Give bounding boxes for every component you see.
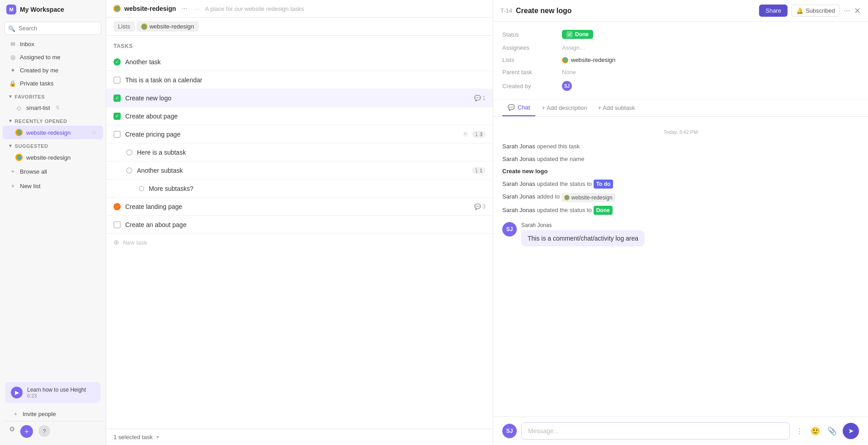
- workspace-header[interactable]: M My Workspace: [0, 0, 106, 19]
- task-row-subtask[interactable]: Another subtask ⤵ 1: [106, 161, 493, 180]
- sidebar-bottom: ▶ Learn how to use Height 6:23 ＋ Invite …: [0, 377, 106, 445]
- lists-row: Lists 🌐 website-redesign: [502, 54, 859, 66]
- footer-arrow[interactable]: ▾: [156, 434, 159, 440]
- plus-icon: ⊕: [113, 238, 119, 246]
- comment-badge: 💬 3: [474, 204, 486, 210]
- task-name: Create about page: [125, 113, 486, 120]
- created-by-value: SJ: [562, 81, 572, 91]
- task-checkbox-unchecked[interactable]: [113, 221, 121, 228]
- more-options-button[interactable]: ⋮: [794, 426, 805, 436]
- search-icon: 🔍: [8, 25, 15, 32]
- workspace-name: My Workspace: [20, 6, 64, 13]
- parent-task-row: Parent task None: [502, 66, 859, 78]
- globe-icon: 🌐: [15, 129, 23, 136]
- activity-actor: Sarah Jonas: [502, 207, 535, 213]
- assignees-value[interactable]: Assign…: [562, 44, 585, 51]
- chat-bubble: This is a comment/chat/activity log area: [521, 230, 645, 246]
- tasks-area: ✓ Another task This is a task on a calen…: [106, 53, 493, 429]
- subtask-count: 1: [480, 168, 482, 173]
- main-area: 🌐 website-redesign ··· ··· A place for o…: [106, 0, 493, 445]
- sidebar-browse-all[interactable]: ＋ Browse all: [3, 164, 103, 179]
- task-checkbox-unchecked[interactable]: [126, 167, 132, 174]
- subscribed-button[interactable]: 🔔 Subscribed: [791, 5, 840, 17]
- task-row[interactable]: Create an about page: [106, 216, 493, 234]
- task-checkbox-unchecked[interactable]: [126, 149, 132, 156]
- task-row-sub-subtask[interactable]: More subtasks?: [106, 180, 493, 198]
- recently-opened-section[interactable]: ▾ Recently opened: [3, 114, 103, 126]
- chat-tab[interactable]: 💬 Chat: [502, 99, 535, 116]
- help-icon[interactable]: ?: [38, 425, 50, 437]
- task-row-selected[interactable]: ✓ Create new logo 💬 1: [106, 89, 493, 107]
- favorites-section[interactable]: ▾ Favorites: [3, 90, 103, 101]
- sidebar-new-list[interactable]: ＋ New list: [3, 179, 103, 193]
- new-task-row[interactable]: ⊕ New task: [106, 234, 493, 251]
- add-description-tab[interactable]: + Add description: [537, 101, 591, 115]
- play-icon: ▶: [11, 387, 23, 398]
- chat-tab-label: Chat: [518, 104, 530, 111]
- workspace-tab-btn[interactable]: 🌐 website-redesign: [137, 21, 198, 32]
- list-name: website-redesign: [571, 57, 615, 63]
- close-button[interactable]: ✕: [854, 6, 861, 16]
- browse-all-label: Browse all: [20, 168, 47, 175]
- share-button[interactable]: Share: [759, 5, 788, 17]
- task-checkbox-orange[interactable]: →: [113, 203, 121, 210]
- panel-meta: Status ✓ Done Assignees Assign… Lists 🌐 …: [493, 22, 868, 99]
- assigned-icon: ◎: [9, 54, 16, 61]
- subtask-icon: ⤵: [475, 168, 478, 173]
- task-checkbox-unchecked[interactable]: [113, 76, 121, 84]
- emoji-button[interactable]: 🙂: [809, 426, 821, 436]
- new-task-circle-btn[interactable]: ＋: [20, 425, 33, 438]
- chat-icon: 💬: [508, 104, 515, 111]
- attachment-button[interactable]: 📎: [826, 426, 838, 436]
- task-row[interactable]: This is a task on a calendar: [106, 71, 493, 89]
- workspace-icon: M: [6, 5, 16, 14]
- invite-label: Invite people: [23, 411, 56, 417]
- panel-dots-button[interactable]: ···: [844, 6, 850, 15]
- suggested-section[interactable]: ▾ Suggested: [3, 139, 103, 151]
- sidebar-item-created[interactable]: ✦ Created by me: [3, 64, 103, 77]
- right-panel: T-14 Create new logo Share 🔔 Subscribed …: [493, 0, 868, 445]
- task-checkbox-inprogress[interactable]: ✓: [113, 58, 121, 66]
- sidebar-item-assigned[interactable]: ◎ Assigned to me: [3, 51, 103, 64]
- task-name: Create an about page: [125, 221, 486, 228]
- subscribed-label: Subscribed: [806, 7, 835, 14]
- comment-icon: 💬: [474, 204, 481, 210]
- task-checkbox-checked[interactable]: ✓: [113, 95, 121, 102]
- lists-tab-btn[interactable]: Lists: [113, 21, 135, 32]
- sidebar-item-smart-list[interactable]: ◇ smart-list ⇅: [3, 101, 103, 114]
- task-row[interactable]: Create pricing page ⎘ ⤵ 3: [106, 125, 493, 143]
- breadcrumb-link: ···: [195, 5, 200, 12]
- lists-value[interactable]: 🌐 website-redesign: [562, 57, 615, 63]
- task-checkbox-unchecked[interactable]: [113, 131, 121, 138]
- sidebar-item-label: website-redesign: [26, 129, 71, 136]
- sidebar-item-private[interactable]: 🔒 Private tasks: [3, 77, 103, 90]
- message-input[interactable]: [521, 422, 790, 440]
- sidebar-item-inbox[interactable]: ✉ Inbox: [3, 38, 103, 51]
- task-checkbox-checked[interactable]: ✓: [113, 113, 121, 120]
- task-row[interactable]: ✓ Create about page: [106, 107, 493, 125]
- task-row-subtask[interactable]: Here is a subtask: [106, 143, 493, 161]
- todo-badge: To do: [594, 180, 613, 189]
- star-icon[interactable]: ☆: [92, 129, 97, 136]
- sidebar-item-website-redesign[interactable]: 🌐 website-redesign ☆: [3, 126, 103, 139]
- header-dots-button[interactable]: ···: [179, 5, 189, 13]
- sidebar-nav: ✉ Inbox ◎ Assigned to me ✦ Created by me…: [0, 38, 106, 90]
- task-row[interactable]: → Create landing page 💬 3: [106, 198, 493, 216]
- search-input[interactable]: [5, 22, 101, 35]
- activity-item: Sarah Jonas updated the status to Done: [502, 204, 859, 217]
- sidebar-invite-people[interactable]: ＋ Invite people: [5, 407, 100, 421]
- new-task-label: New task: [123, 239, 147, 246]
- learn-card[interactable]: ▶ Learn how to use Height 6:23: [5, 382, 100, 403]
- lists-label: Lists: [502, 57, 557, 63]
- assignees-label: Assignees: [502, 44, 557, 51]
- task-checkbox-unchecked[interactable]: [139, 186, 144, 191]
- activity-actor: Sarah Jonas: [502, 193, 535, 200]
- settings-icon[interactable]: ⚙: [9, 425, 15, 438]
- status-badge[interactable]: ✓ Done: [562, 30, 593, 39]
- creator-avatar: SJ: [562, 81, 572, 91]
- sidebar-item-suggested-website[interactable]: 🌐 website-redesign: [3, 151, 103, 164]
- send-button[interactable]: ➤: [843, 423, 859, 439]
- status-label: Status: [502, 31, 557, 38]
- add-subtask-tab[interactable]: + Add subtask: [594, 101, 640, 115]
- task-row[interactable]: ✓ Another task: [106, 53, 493, 71]
